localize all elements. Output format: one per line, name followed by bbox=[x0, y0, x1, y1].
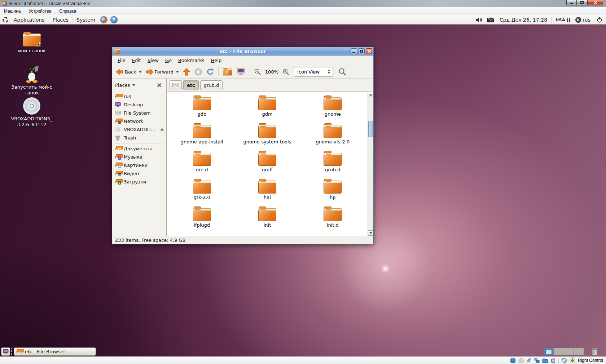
vbox-menu-machine[interactable]: Машина bbox=[0, 7, 25, 15]
menu-places[interactable]: Places bbox=[50, 17, 72, 23]
sidebar-item-pictures[interactable]: ▣ Картинки bbox=[112, 161, 166, 169]
sidebar-item-rus[interactable]: rus bbox=[112, 92, 166, 101]
sidebar-item-video[interactable]: ▤ Видео bbox=[112, 169, 166, 178]
workspace-4[interactable] bbox=[574, 348, 584, 355]
menu-file[interactable]: File bbox=[114, 58, 129, 63]
menu-applications[interactable]: Applications bbox=[11, 17, 48, 23]
scrollbar-thumb[interactable] bbox=[368, 121, 373, 137]
folder-item[interactable]: gnome-app-install bbox=[169, 123, 234, 151]
folder-item[interactable]: gnome-vfs-2.0 bbox=[300, 123, 365, 151]
path-button-grub-d[interactable]: grub.d bbox=[200, 80, 223, 90]
network-adapters-icon[interactable] bbox=[534, 358, 540, 363]
language-indicator-icon[interactable] bbox=[575, 17, 581, 23]
path-root-drive-button[interactable] bbox=[170, 80, 182, 90]
folder-item[interactable]: gdb bbox=[169, 96, 234, 123]
zoom-level[interactable]: 100% bbox=[265, 69, 278, 75]
file-browser-titlebar[interactable]: etc - File Browser bbox=[112, 47, 373, 56]
keyboard-arrows-icon[interactable] bbox=[566, 17, 571, 22]
vbox-menu-help[interactable]: Справка bbox=[55, 7, 80, 15]
back-button[interactable]: Back bbox=[114, 66, 144, 77]
zoom-out-button[interactable] bbox=[252, 66, 263, 77]
menu-system[interactable]: System bbox=[74, 17, 98, 23]
menu-view[interactable]: View bbox=[144, 58, 162, 63]
path-button-etc[interactable]: etc bbox=[183, 80, 199, 90]
maximize-button[interactable] bbox=[358, 48, 365, 54]
workspace-3[interactable] bbox=[564, 348, 574, 355]
desktop-icon-vboxadditions[interactable]: VBOXADDITIONS_3.2.6_63112 bbox=[9, 97, 54, 127]
shared-folders-icon[interactable] bbox=[542, 358, 548, 363]
view-mode-combobox[interactable]: Icon View bbox=[294, 67, 333, 77]
folder-item[interactable]: gnome bbox=[300, 96, 365, 123]
close-button[interactable] bbox=[366, 48, 372, 54]
menu-bookmarks[interactable]: Bookmarks bbox=[175, 58, 208, 63]
forward-button[interactable]: Forward bbox=[144, 66, 181, 77]
vbox-minimize-button[interactable] bbox=[566, 0, 577, 5]
menu-edit[interactable]: Edit bbox=[129, 58, 144, 63]
clock[interactable]: Срд Дек 26, 17:28 bbox=[500, 17, 547, 23]
trash-applet[interactable] bbox=[591, 347, 599, 356]
show-desktop-button[interactable] bbox=[1, 347, 10, 356]
vbox-menu-devices[interactable]: Устройства bbox=[25, 7, 55, 15]
combobox-spinner-icon[interactable] bbox=[325, 67, 333, 76]
sidebar-item-network[interactable]: ▫ Network bbox=[112, 117, 166, 125]
keyboard-capture-icon[interactable] bbox=[570, 358, 575, 363]
folder-item[interactable]: gtk-2.0 bbox=[169, 179, 234, 207]
sidebar-item-trash[interactable]: Trash bbox=[112, 134, 166, 142]
forward-dropdown-icon[interactable] bbox=[176, 71, 179, 73]
optical-disk-icon[interactable] bbox=[518, 358, 524, 363]
menu-help[interactable]: Help bbox=[208, 58, 225, 63]
panel-grip[interactable] bbox=[11, 348, 13, 355]
places-dropdown[interactable]: Places bbox=[115, 83, 135, 88]
sidebar-item-desktop[interactable]: Desktop bbox=[112, 101, 166, 109]
workspace-1[interactable] bbox=[544, 348, 554, 355]
reload-button[interactable] bbox=[205, 66, 216, 77]
hard-disks-icon[interactable] bbox=[510, 358, 516, 363]
computer-button[interactable] bbox=[235, 66, 247, 77]
zoom-in-button[interactable] bbox=[281, 66, 291, 77]
vbox-close-button[interactable] bbox=[587, 0, 603, 5]
sidebar-item-vboxadditions[interactable]: VBOXADDIT... bbox=[112, 125, 166, 134]
scroll-down-button[interactable] bbox=[368, 230, 373, 236]
language-indicator-label[interactable]: rus bbox=[583, 17, 590, 23]
sidebar-item-downloads[interactable]: ↓ Загрузки bbox=[112, 178, 166, 186]
vertical-scrollbar[interactable] bbox=[368, 92, 373, 236]
folder-item[interactable]: gdm bbox=[234, 96, 300, 123]
up-button[interactable] bbox=[181, 66, 192, 77]
vbox-maximize-button[interactable] bbox=[577, 0, 587, 5]
sidebar-item-file-system[interactable]: File System bbox=[112, 109, 166, 117]
sidebar-item-music[interactable]: ♪ Музыка bbox=[112, 153, 166, 161]
folder-item[interactable]: gre.d bbox=[169, 151, 234, 179]
virtualization-chip-icon[interactable]: V bbox=[550, 358, 556, 363]
mouse-integration-icon[interactable] bbox=[561, 358, 567, 363]
workspace-2[interactable] bbox=[554, 348, 564, 355]
minimize-button[interactable] bbox=[351, 48, 357, 54]
desktop-icon-moy-stanok[interactable]: мой-станок bbox=[9, 32, 54, 54]
folder-item[interactable]: init.d bbox=[300, 207, 365, 234]
folder-item[interactable]: ifplugd bbox=[169, 207, 234, 234]
folder-item[interactable]: groff bbox=[234, 151, 300, 179]
power-icon[interactable] bbox=[597, 17, 602, 23]
eject-icon[interactable] bbox=[160, 128, 164, 132]
desktop-icon-launch-moy-stanok[interactable]: Запустить мой-станок bbox=[9, 65, 54, 96]
sidebar-item-documents[interactable]: ≡ Документы bbox=[112, 145, 166, 153]
stop-button[interactable] bbox=[193, 66, 204, 77]
folder-item[interactable]: gnome-system-tools bbox=[234, 123, 300, 151]
volume-icon[interactable] bbox=[476, 17, 482, 22]
firefox-launcher-icon[interactable] bbox=[100, 16, 107, 23]
mail-icon[interactable] bbox=[487, 18, 494, 22]
folder-item[interactable]: hp bbox=[300, 179, 365, 207]
usb-device-icon[interactable] bbox=[526, 358, 532, 363]
back-dropdown-icon[interactable] bbox=[139, 71, 142, 73]
folder-item[interactable]: hal bbox=[234, 179, 300, 207]
menu-go[interactable]: Go bbox=[162, 58, 175, 63]
help-launcher-icon[interactable]: ? bbox=[110, 16, 118, 23]
keyboard-layout-indicator[interactable]: USA bbox=[556, 18, 565, 22]
folder-item[interactable]: grub.d bbox=[300, 151, 365, 179]
folder-view[interactable]: gdb gdm gnome bbox=[167, 92, 373, 236]
ubuntu-logo-icon[interactable] bbox=[2, 17, 9, 23]
scroll-up-button[interactable] bbox=[368, 92, 373, 97]
search-button[interactable] bbox=[337, 66, 348, 77]
taskbar-button-file-browser[interactable]: etc - File Browser bbox=[14, 347, 96, 356]
folder-item[interactable]: init bbox=[234, 207, 300, 234]
home-button[interactable]: ⌂ bbox=[221, 66, 234, 77]
